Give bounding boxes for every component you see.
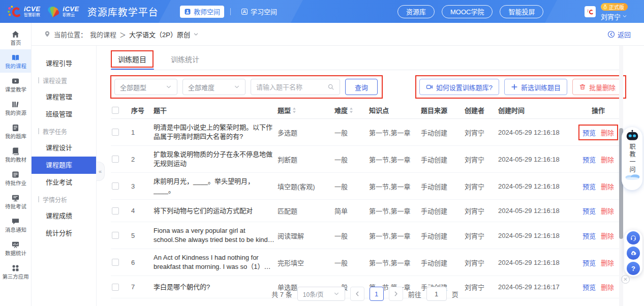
- column-header-创建时间: 创建时间: [498, 105, 574, 115]
- table-row: 2扩散现象说明物质的分子在永不停息地做无规则运动判断题一般第一节,第一章手动创建…: [111, 146, 619, 173]
- sidebar-item-my-question-bank[interactable]: 我的题库: [0, 119, 31, 143]
- batch-delete-button[interactable]: 批量删除: [572, 79, 622, 95]
- preview-link[interactable]: 预览: [582, 231, 596, 240]
- sidebar-item-data-statistics[interactable]: 数据统计: [0, 236, 31, 260]
- sidebar-item-pending-homework[interactable]: 待批作业: [0, 166, 31, 190]
- sidebar-item-notifications[interactable]: 消息通知: [0, 213, 31, 236]
- textbook-icon: [11, 147, 20, 156]
- cell-source: 手动创建: [421, 231, 462, 240]
- sidebar-item-my-courses[interactable]: 我的课程: [0, 49, 31, 73]
- goto-page-input[interactable]: [426, 287, 447, 301]
- sidebar-collapse-handle[interactable]: «: [96, 162, 105, 181]
- sidebar-item-my-textbooks[interactable]: 我的教材: [0, 143, 31, 166]
- download-button[interactable]: [627, 247, 640, 260]
- row-checkbox[interactable]: [112, 259, 119, 266]
- submenu-item-course-guide[interactable]: 课程引导: [32, 55, 96, 72]
- sort-icon[interactable]: [349, 107, 353, 113]
- sidebar-item-pending-exams[interactable]: 待批考试: [0, 190, 31, 213]
- cell-no: 6: [131, 259, 150, 266]
- row-checkbox[interactable]: [112, 207, 119, 215]
- submenu-item-homework-exam[interactable]: 作业考试: [32, 174, 96, 191]
- header-pill-1[interactable]: MOOC学院: [442, 5, 493, 18]
- delete-link[interactable]: 删除: [601, 231, 614, 240]
- column-header-难度: 难度: [334, 105, 366, 115]
- sidebar-item-my-resources[interactable]: 我的资源: [0, 96, 31, 119]
- tab-training-statistics[interactable]: 训练统计: [171, 54, 199, 64]
- sidebar-item-home[interactable]: 首页: [0, 26, 31, 49]
- learning-space-button[interactable]: 学习空间: [237, 6, 281, 18]
- next-page-button[interactable]: [389, 287, 403, 301]
- cell-no: 1: [131, 129, 150, 136]
- icve-vocational-cloud-logo-text: iCVE 职教云: [63, 6, 79, 17]
- search-icon[interactable]: [327, 83, 334, 90]
- breadcrumb-bar: 当前位置： 我的课程 ＞ 大学语文（2P）原创 返回: [32, 23, 644, 46]
- table-body: 1明清是中国小说史上的繁荣时期。以下作品属于明清时期四大名著的有?多选题一般第一…: [111, 119, 619, 298]
- sidebar-item-classroom-teaching[interactable]: 课堂教学: [0, 73, 31, 96]
- medal-icon: [602, 4, 608, 10]
- cell-difficulty: 简单: [334, 206, 366, 216]
- ai-assistant-widget[interactable]: 职教一问: [622, 127, 642, 190]
- cell-source: 手动创建: [421, 128, 462, 137]
- sort-icon[interactable]: [292, 107, 296, 113]
- help-button[interactable]: ?: [627, 262, 640, 275]
- header-pill-2[interactable]: 智能投屏: [500, 5, 543, 18]
- homework-icon: [11, 170, 20, 179]
- preview-link[interactable]: 预览: [582, 206, 596, 216]
- row-checkbox[interactable]: [112, 156, 119, 163]
- submenu-item-course-design[interactable]: 课程设计: [32, 139, 96, 157]
- course-dropdown-icon[interactable]: [193, 32, 199, 37]
- table-row: 6An Act of Kindness I had nothing for br…: [111, 249, 619, 276]
- howto-training-bank-button[interactable]: 如何设置训练题库?: [419, 79, 499, 95]
- customer-service-button[interactable]: [627, 231, 640, 244]
- mini-app-icon[interactable]: [585, 6, 596, 17]
- cloud-icon: [624, 174, 640, 180]
- submenu-item-course-grades[interactable]: 课程成绩: [32, 207, 96, 225]
- cell-knowledge: 第一节,第一章: [369, 206, 418, 216]
- teacher-space-button[interactable]: 教师空间: [180, 6, 224, 18]
- row-actions: 预览删除: [579, 256, 617, 269]
- user-menu[interactable]: 刘宵宁: [601, 12, 627, 21]
- preview-link[interactable]: 预览: [582, 128, 596, 137]
- difficulty-select-value: 全部难度: [188, 82, 214, 92]
- delete-link[interactable]: 删除: [601, 206, 614, 216]
- sidebar-item-third-party-apps[interactable]: 第三方应用: [0, 260, 31, 283]
- row-checkbox[interactable]: [112, 232, 119, 239]
- prev-page-button[interactable]: [350, 287, 364, 301]
- submenu-item-course-question-bank[interactable]: 课程题库: [32, 157, 96, 174]
- delete-link[interactable]: 删除: [601, 155, 614, 164]
- search-button[interactable]: 查询: [345, 79, 378, 95]
- cell-actions: 预览删除: [577, 152, 619, 166]
- breadcrumb-course[interactable]: 大学语文（2P）原创: [129, 29, 190, 39]
- cell-actions: 预览删除: [577, 256, 619, 269]
- page-1-button[interactable]: 1: [370, 287, 384, 301]
- cell-creator: 刘宵宁: [465, 206, 495, 216]
- header-pill-0[interactable]: 资源库: [397, 5, 435, 18]
- preview-link[interactable]: 预览: [582, 181, 596, 191]
- preview-link[interactable]: 预览: [582, 155, 596, 164]
- add-training-questions-button[interactable]: 新选训练题目: [504, 79, 567, 95]
- cell-created: 2024-05-29 12:16:18: [498, 182, 574, 190]
- page-size-select[interactable]: 10条/页: [297, 287, 345, 301]
- question-type-select[interactable]: 全部题型: [114, 79, 177, 95]
- submenu-item-statistical-analysis[interactable]: 统计分析: [32, 225, 96, 242]
- sidebar-item-label: 首页: [10, 40, 21, 45]
- delete-link[interactable]: 删除: [601, 258, 614, 267]
- close-floating-toolbar-button[interactable]: ✕: [621, 275, 630, 284]
- submenu-item-class-management[interactable]: 班级管理: [32, 106, 96, 123]
- select-all-checkbox[interactable]: [112, 107, 119, 114]
- delete-link[interactable]: 删除: [601, 128, 614, 137]
- row-checkbox[interactable]: [112, 182, 119, 190]
- submenu-item-course-management[interactable]: 课程管理: [32, 88, 96, 106]
- search-input[interactable]: [256, 83, 327, 91]
- delete-link[interactable]: 删除: [601, 181, 614, 191]
- video-icon: [426, 83, 433, 90]
- search-field[interactable]: [251, 79, 340, 95]
- tab-training-questions[interactable]: 训练题目: [118, 55, 146, 64]
- row-checkbox[interactable]: [112, 129, 119, 136]
- back-link[interactable]: 返回: [607, 29, 631, 39]
- cell-type: 多选题: [278, 128, 331, 137]
- breadcrumb-path[interactable]: 我的课程: [90, 29, 116, 39]
- book-icon: [11, 53, 20, 62]
- difficulty-select[interactable]: 全部难度: [182, 79, 246, 95]
- preview-link[interactable]: 预览: [582, 258, 596, 267]
